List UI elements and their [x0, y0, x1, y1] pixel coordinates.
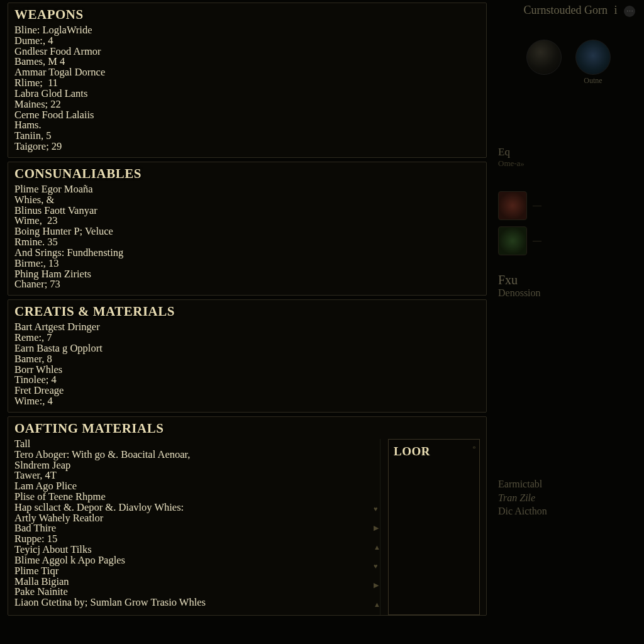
- footer-line: Earmictabl: [498, 477, 547, 491]
- list-item[interactable]: Bart Artgest Dringer: [14, 322, 480, 333]
- character-portrait[interactable]: [526, 40, 562, 75]
- list-item[interactable]: Gndlesr Food Armor: [14, 47, 480, 57]
- list-item[interactable]: Artly Wahely Reatlor: [14, 513, 375, 524]
- list-item: Bamer, 8: [14, 354, 480, 365]
- list-item[interactable]: Liaon Gtetina by; Sumlan Grow Trasio Whl…: [14, 597, 375, 608]
- companion-portrait[interactable]: [575, 40, 611, 75]
- list-item[interactable]: Bline: LoglaWride: [14, 25, 480, 36]
- status-label: Fxu: [498, 273, 639, 287]
- list-item: Taniin, 5: [14, 131, 480, 142]
- crafting-items-list[interactable]: Tall Tero Aboger: With go &. Boacital Ae…: [14, 439, 380, 615]
- list-item[interactable]: Labra Glod Lants: [14, 89, 480, 99]
- equipment-slot[interactable]: —: [498, 226, 527, 255]
- consumables-title: Consunaliables: [14, 166, 480, 182]
- heart-icon[interactable]: ♥: [374, 505, 380, 513]
- footer-line: Tran Zile: [498, 491, 547, 505]
- chevron-right-icon[interactable]: ▶: [374, 524, 380, 532]
- crafting-panel: Oafting Materials Tall Tero Aboger: With…: [8, 416, 487, 616]
- list-item: Wime:, 4: [14, 396, 480, 407]
- equipment-sub: Ome-a»: [498, 158, 639, 169]
- list-item[interactable]: And Srings: Fundhensting: [14, 248, 480, 258]
- info-badge-icon[interactable]: ⋯: [624, 6, 635, 17]
- list-item[interactable]: Blime Aggol k Apo Pagles: [14, 555, 375, 566]
- chevron-up-icon[interactable]: ▲: [374, 543, 380, 551]
- character-sidebar: Curnstouded Gorn i ⋯ Outne Eq Ome-a» — —…: [491, 0, 644, 644]
- character-name: Curnstouded Gorn i ⋯: [498, 4, 639, 17]
- consumables-panel: Consunaliables Plime Egor Moaña Whies, &…: [8, 162, 487, 296]
- list-item: Taigore; 29: [14, 142, 480, 152]
- list-item[interactable]: Blinus Faott Vanyar: [14, 206, 480, 216]
- materials-title: Creatis & materials: [14, 304, 480, 319]
- lore-title: Loor: [394, 445, 474, 458]
- equipment-slots: — —: [498, 191, 639, 255]
- list-item: Tinolee; 4: [14, 375, 480, 386]
- list-item[interactable]: Ammar Togal Dornce: [14, 67, 480, 78]
- crafting-title: Oafting Materials: [14, 421, 480, 436]
- list-item[interactable]: Phing Ham Ziriets: [14, 269, 480, 280]
- list-item[interactable]: Plime Egor Moaña: [14, 184, 480, 195]
- list-item[interactable]: Slndrem Jeap: [14, 460, 375, 471]
- portrait-label: Outne: [575, 76, 611, 86]
- list-item: Hams.: [14, 120, 480, 131]
- chevron-up-icon[interactable]: ▲: [374, 601, 380, 608]
- character-name-suffix: i: [614, 4, 617, 16]
- equipment-section: Eq Ome-a»: [498, 146, 639, 169]
- list-item[interactable]: Boing Hunter P; Veluce: [14, 226, 480, 237]
- scroll-arrows[interactable]: ♥ ▶ ▲ ♥ ▶ ▲: [374, 505, 380, 608]
- status-section: Fxu Denossion: [498, 273, 639, 299]
- chevron-right-icon[interactable]: ▶: [374, 581, 380, 589]
- list-item[interactable]: Tero Aboger: With go &. Boacital Aenoar,: [14, 450, 375, 460]
- weapons-title: Weapons: [14, 7, 480, 23]
- equipment-slot[interactable]: —: [498, 191, 527, 220]
- lore-corner-icon: ▫: [473, 443, 475, 451]
- status-sub: Denossion: [498, 287, 639, 299]
- list-item[interactable]: Malla Bigian: [14, 577, 375, 587]
- sidebar-footer: Earmictabl Tran Zile Dic Aicthon: [498, 477, 547, 518]
- list-item[interactable]: Fret Dreage: [14, 386, 480, 396]
- footer-line: Dic Aicthon: [498, 504, 547, 518]
- list-item[interactable]: Bad Thire: [14, 523, 375, 534]
- materials-panel: Creatis & materials Bart Artgest Dringer…: [8, 299, 487, 413]
- list-item[interactable]: Borr Whles: [14, 365, 480, 375]
- list-item[interactable]: Cerne Food Lalaiis: [14, 110, 480, 121]
- lore-panel: Loor ▫: [388, 439, 480, 615]
- heart-icon[interactable]: ♥: [374, 562, 380, 570]
- inventory-main-column: Weapons Bline: LoglaWride Dume:, 4 Gndle…: [0, 0, 491, 644]
- portrait-row: Outne: [498, 40, 639, 86]
- weapons-panel: Weapons Bline: LoglaWride Dume:, 4 Gndle…: [8, 3, 487, 158]
- list-item[interactable]: Earn Basta g Opplort: [14, 343, 480, 354]
- character-name-text: Curnstouded Gorn: [523, 4, 608, 16]
- list-item: Chaner; 73: [14, 279, 480, 290]
- equipment-label: Eq: [498, 146, 639, 158]
